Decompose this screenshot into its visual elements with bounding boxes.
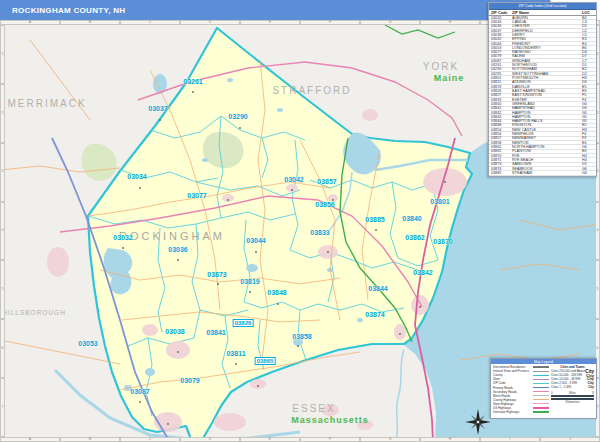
map-legend: Map Legend International Boundaries Inte… (490, 358, 597, 419)
zip-code-label: 03079 (180, 377, 199, 384)
zip-code-label: 03077 (187, 192, 206, 199)
zip-code-label: 03856 (315, 201, 334, 208)
grid-ruler-bottom: ABCDEFGHIJ (0, 437, 600, 442)
grid-number: 5 (595, 260, 600, 319)
zip-code-label: 03833 (310, 229, 329, 236)
legend-line-swatch (533, 371, 549, 372)
zip-code-label: 03801 (430, 198, 449, 205)
zip-code-label: 03870 (433, 238, 452, 245)
grid-number: 7 (0, 378, 5, 437)
grid-letter: E (240, 20, 300, 25)
zip-code-label: 03885 (365, 216, 384, 223)
grid-number: 3 (0, 143, 5, 202)
grid-letter: D (180, 437, 240, 442)
grid-number: 4 (595, 202, 600, 261)
zip-code-label: 03032 (113, 234, 132, 241)
grid-letter: A (0, 20, 60, 25)
grid-letter: C (120, 20, 180, 25)
zip-code-label: 03042 (284, 176, 303, 183)
zip-code-label: 03840 (402, 215, 421, 222)
grid-letter: D (180, 20, 240, 25)
zip-code-label: 03087 (130, 388, 149, 395)
legend-line-items: International Boundaries Internal State … (493, 365, 549, 414)
scale-miles-label: Miles (569, 391, 576, 395)
zip-code-label: 03811 (226, 350, 245, 357)
legend-line-swatch (533, 379, 549, 380)
zip-code-label: 03874 (365, 311, 384, 318)
legend-line-swatch (533, 411, 549, 412)
scale-bars: 0Miles8 Kilometers (551, 391, 594, 405)
legend-line-swatch (533, 391, 549, 392)
zip-code-label: 03842 (413, 269, 432, 276)
zip-code-label: 03848 (267, 289, 286, 296)
grid-letter: G (360, 437, 420, 442)
map-page: ROCKINGHAM COUNTY, NH 2021 ZIP Code Basi… (0, 0, 600, 442)
cell-zip: 03885 (491, 171, 512, 175)
legend-line-swatch (533, 375, 549, 376)
neighbor-label: Massachusetts (291, 415, 369, 425)
zip-code-label: 03290 (228, 113, 247, 120)
grid-letter: C (120, 437, 180, 442)
zip-code-label: 03858 (292, 333, 311, 340)
grid-letter: F (300, 20, 360, 25)
legend-line-swatch (533, 387, 549, 388)
zip-code-label: 03261 (183, 78, 202, 85)
grid-number: 6 (0, 319, 5, 378)
grid-number: 2 (0, 84, 5, 143)
zip-code-label: 03053 (78, 340, 97, 347)
grid-letter: H (420, 20, 480, 25)
neighbor-label: MERRIMACK (7, 98, 86, 109)
city-range: Cities 1 - 2,499 (551, 385, 571, 389)
col-zip-name: ZIP Name (512, 11, 582, 15)
grid-number: 4 (0, 202, 5, 261)
zip-code-label: 03034 (127, 173, 146, 180)
zip-code-label: 03044 (246, 237, 265, 244)
legend-line-swatch (533, 366, 549, 367)
grid-letter: H (420, 437, 480, 442)
scale-start: 0 (551, 391, 553, 395)
zip-index-table: ZIP Code Index (Grid Locator) ZIP Code Z… (488, 2, 597, 177)
grid-number: 5 (0, 260, 5, 319)
scale-km-label: Kilometers (565, 400, 579, 404)
zip-code-label: 03037 (148, 105, 167, 112)
cell-loc: G4 (582, 171, 594, 175)
zip-code-label: 03036 (168, 246, 187, 253)
legend-item: Interstate Highways (493, 410, 549, 414)
grid-letter: B (60, 437, 120, 442)
grid-letter: J (540, 437, 600, 442)
grid-letter: E (240, 437, 300, 442)
zip-code-label: 03841 (206, 329, 225, 336)
grid-letter: I (480, 437, 540, 442)
legend-item-label: Interstate Highways (493, 410, 519, 414)
city-class-row: Cities 1 - 2,499 City (551, 385, 594, 389)
neighbor-label: ESSEX (292, 403, 335, 414)
legend-line-swatch (533, 399, 549, 400)
grid-letter: G (360, 20, 420, 25)
legend-line-swatch (533, 403, 549, 404)
zip-code-label: 03857 (317, 178, 336, 185)
neighbor-label: YORK (423, 61, 459, 72)
neighbor-label: STRAFFORD (272, 85, 351, 96)
page-title: ROCKINGHAM COUNTY, NH (12, 6, 125, 15)
grid-number: 1 (0, 25, 5, 84)
grid-letter: A (0, 437, 60, 442)
zip-code-label: 03826 (233, 319, 254, 327)
zip-code-label: 03873 (207, 271, 226, 278)
zip-code-label: 03862 (405, 234, 424, 241)
legend-cities-column: Cities and Towns Cities 250,000 and Abov… (551, 365, 594, 414)
zip-table-rows: 03032 AUBURN B4 03034 CANDIA C3 03036 CH… (489, 16, 596, 176)
col-zip-code: ZIP Code (491, 11, 512, 15)
cell-name: STRATHAM (512, 171, 582, 175)
zip-code-label: 03865 (255, 357, 276, 365)
table-row: 03885 STRATHAM G4 (489, 171, 596, 175)
legend-line-swatch (533, 383, 549, 384)
zip-code-label: 03819 (240, 278, 259, 285)
legend-line-swatch (533, 407, 549, 408)
county-name-label: ROCKINGHAM (119, 230, 225, 242)
zip-code-label: 03038 (165, 328, 184, 335)
neighbor-label: Maine (434, 73, 465, 83)
grid-letter: F (300, 437, 360, 442)
scale-end: 8 (592, 391, 594, 395)
col-loc: LOC (582, 11, 594, 15)
zip-table-title: ZIP Code Index (Grid Locator) (489, 3, 596, 10)
